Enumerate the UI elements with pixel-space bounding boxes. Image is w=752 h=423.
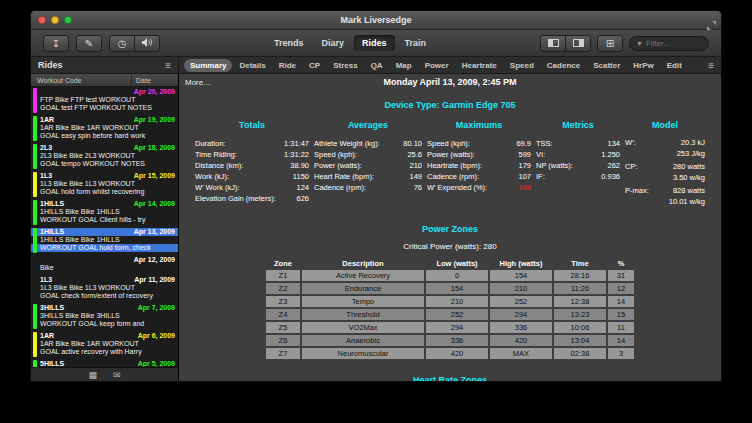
metric-value-alert: 108 [518,182,531,193]
more-button[interactable]: More... [185,78,210,87]
metric-label: Power (watts): [427,149,475,160]
calendar-icon[interactable]: ▦ [88,370,97,380]
list-item[interactable]: 1HILLSApr 14, 2009 1HILLS Bike Bike 1HIL… [31,199,178,226]
zone-cell: MAX [490,348,552,359]
list-item[interactable]: Apr 20, 2009 FTP Bike FTP test WORKOUT G… [31,87,178,114]
zone-cell: 420 [426,348,488,359]
manual-entry-button[interactable]: ✎ [76,35,102,52]
metric-value: 253 J/kg [677,149,705,158]
tab-hrpw[interactable]: HrPw [627,59,659,72]
list-item[interactable]: 5HILLSApr 5, 2009 5HILLS Bike Bike 5HILL… [31,359,178,367]
tab-details[interactable]: Details [233,59,271,72]
ride-desc: GOAL hold form whilst recovering [40,188,175,196]
ride-date: Apr 5, 2009 [138,360,175,367]
zone-cell: 252 [490,296,552,307]
ride-date: Apr 18, 2009 [134,144,175,152]
tab-qa[interactable]: QA [365,59,389,72]
tile-view-button[interactable]: ⊞ [597,35,623,52]
tab-edit[interactable]: Edit [661,59,688,72]
metric-value: 210 [409,160,422,171]
scope-train[interactable]: Train [397,35,435,51]
filter-field[interactable]: ▼ [629,36,709,51]
column-header-code[interactable]: Workout Code [31,74,132,86]
ride-date: Apr 13, 2009 [134,228,175,236]
tab-cp[interactable]: CP [303,59,326,72]
power-zones-title: Power Zones [179,224,721,234]
ride-date: Apr 19, 2009 [134,116,175,124]
metric-label: Heart Rate (bpm): [314,171,374,182]
zoom-button[interactable] [64,16,72,24]
scope-rides[interactable]: Rides [354,35,395,51]
tab-map[interactable]: Map [390,59,418,72]
list-item[interactable]: 3HILLSApr 7, 2009 3HILLS Bike Bike 3HILL… [31,303,178,330]
tab-stress[interactable]: Stress [327,59,363,72]
metric-value: 1:31:22 [284,149,309,160]
tab-ride[interactable]: Ride [273,59,302,72]
sidebar-menu-icon[interactable]: ≡ [165,60,171,71]
toggle-detailpane-button[interactable] [565,35,591,52]
chart-menu-icon[interactable]: ≡ [701,60,721,71]
ride-color-bar [33,276,37,301]
ride-navigator: Workout Code Date Apr 20, 2009 FTP Bike … [31,74,179,381]
tab-summary[interactable]: Summary [184,59,232,72]
metric-value: 0.936 [601,171,620,182]
zone-cell: Z3 [266,296,300,307]
list-item[interactable]: 1ARApr 6, 2009 1AR Bike Bike 1AR WORKOUT… [31,331,178,358]
download-button[interactable]: ↧ [43,35,69,52]
list-item[interactable]: 1L3Apr 15, 2009 1L3 Bike Bike 1L3 WORKOU… [31,171,178,198]
zone-cell: Active Recovery [302,270,424,281]
zone-cell: 02:38 [554,348,606,359]
list-item[interactable]: Apr 12, 2009 Bike [31,255,178,274]
ride-desc: 2L3 Bike Bike 2L3 WORKOUT [40,152,175,160]
ride-desc: GOAL test FTP WORKOUT NOTES [40,104,175,112]
scope-diary[interactable]: Diary [313,35,352,51]
audio-button[interactable] [134,35,160,52]
zone-col-header: High (watts) [490,259,552,268]
zone-cell: Z2 [266,283,300,294]
tab-power[interactable]: Power [419,59,455,72]
metric-label: W' Work (kJ): [195,182,240,193]
filter-input[interactable] [646,39,702,48]
funnel-icon: ▼ [636,40,643,47]
list-item[interactable]: 1ARApr 19, 2009 1AR Bike Bike 1AR WORKOU… [31,115,178,142]
zone-cell: 294 [426,322,488,333]
zone-cell: 15 [608,309,634,320]
list-item-selected[interactable]: 1HILLSApr 13, 2009 1HILLS Bike Bike 1HIL… [31,227,178,254]
metric-label: Distance (km): [195,160,243,171]
minimize-button[interactable] [51,16,59,24]
zone-row: Z1 Active Recovery 0 154 28:16 31 [266,270,634,281]
scope-trends[interactable]: Trends [266,35,312,51]
metric-label: VI: [536,149,545,160]
list-item[interactable]: 1L3Apr 11, 2009 1L3 Bike Bike 1L3 WORKOU… [31,275,178,302]
summary-header: More... Monday April 13, 2009, 2:45 PM [179,77,721,89]
mail-icon[interactable]: ✉ [113,370,121,380]
panel-toggle-group [540,35,591,52]
section-title: Averages [314,120,422,130]
metric-value: 179 [518,160,531,171]
tab-speed[interactable]: Speed [504,59,540,72]
metric-value: 124 [296,182,309,193]
toggle-sidebar-button[interactable] [540,35,566,52]
metric-label: Duration: [195,138,225,149]
timer-button[interactable]: ◷ [109,35,135,52]
metric-row: P-max:828 watts10.01 w/kg [625,186,705,206]
fullscreen-icon[interactable] [707,16,716,34]
section-title: Maximums [427,120,531,130]
metric-value: 828 watts [673,186,705,195]
column-header-date[interactable]: Date [132,77,178,84]
traffic-lights [38,16,72,24]
list-item[interactable]: 2L3Apr 18, 2009 2L3 Bike Bike 2L3 WORKOU… [31,143,178,170]
metric-row: Power (watts):210 [314,160,422,171]
main-body: Workout Code Date Apr 20, 2009 FTP Bike … [31,74,721,381]
metric-row: Duration:1:31:47 [195,138,309,149]
tab-scatter[interactable]: Scatter [587,59,626,72]
metric-value: 1150 [293,171,309,182]
tab-heartrate[interactable]: Heartrate [456,59,503,72]
averages-section: Averages Athlete Weight (kg):80.10 Speed… [314,120,422,210]
grid-icon: ⊞ [606,38,614,49]
ride-color-bar [33,332,37,357]
tab-cadence[interactable]: Cadence [541,59,586,72]
ride-code: 1HILLS [40,200,64,208]
zone-cell: Z5 [266,322,300,333]
close-button[interactable] [38,16,46,24]
